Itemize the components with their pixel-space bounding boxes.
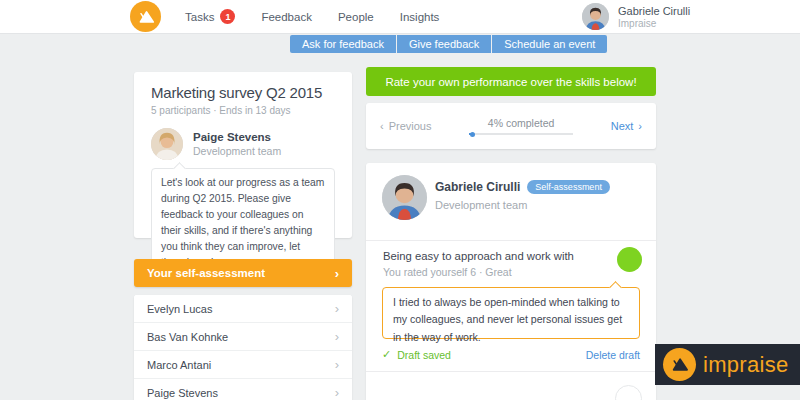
nav-feedback-label: Feedback [261, 11, 312, 23]
survey-author: Paige Stevens Development team [151, 128, 335, 160]
participant-name: Marco Antani [147, 359, 211, 371]
mountain-pencil-glyph [136, 7, 156, 27]
participant-row[interactable]: Evelyn Lucas › [134, 295, 352, 323]
participant-row[interactable]: Paige Stevens › [134, 379, 352, 400]
pager-card: ‹ Previous 4% completed Next › [366, 103, 656, 149]
tasks-count-badge: 1 [220, 9, 235, 24]
comment-textarea[interactable]: I tried to always be open-minded when ta… [382, 287, 640, 339]
participant-name: Bas Van Kohnke [147, 331, 228, 343]
comment-text: I tried to always be open-minded when ta… [393, 296, 622, 343]
nav-people-label: People [338, 11, 374, 23]
skill-rating-text: You rated yourself 6 · Great [383, 266, 512, 278]
avatar [582, 3, 609, 30]
avatar [382, 175, 427, 220]
nav-insights[interactable]: Insights [400, 11, 440, 23]
rate-banner-text: Rate your own performance over the skill… [385, 76, 636, 88]
user-text: Gabriele Cirulli Impraise [618, 5, 690, 29]
participant-row[interactable]: Bas Van Kohnke › [134, 323, 352, 351]
self-assessment-tab[interactable]: Your self-assessment › [134, 259, 352, 287]
participant-row[interactable]: Marco Antani › [134, 351, 352, 379]
participant-name: Paige Stevens [147, 387, 218, 399]
avatar [151, 128, 183, 160]
next-button[interactable]: Next › [611, 120, 642, 132]
nav-feedback[interactable]: Feedback [261, 11, 312, 23]
next-label: Next [611, 120, 634, 132]
delete-draft-link[interactable]: Delete draft [586, 349, 640, 361]
skill-title: Being easy to approach and work with [383, 250, 574, 262]
divider [366, 240, 656, 241]
user-org: Impraise [618, 18, 690, 29]
chevron-right-icon: › [335, 330, 339, 343]
nav-people[interactable]: People [338, 11, 374, 23]
previous-button[interactable]: ‹ Previous [380, 120, 431, 132]
assessment-card: Gabriele Cirulli Self-assessment Develop… [366, 163, 656, 400]
app: Tasks 1 Feedback People Insights [0, 0, 800, 400]
rating-indicator[interactable] [617, 247, 642, 272]
survey-card: Marketing survey Q2 2015 5 participants … [134, 72, 352, 238]
user-menu[interactable]: Gabriele Cirulli Impraise [582, 3, 690, 30]
impraise-logo-icon [663, 348, 696, 381]
progress-track [469, 133, 573, 135]
participant-list: Evelyn Lucas › Bas Van Kohnke › Marco An… [134, 295, 352, 400]
survey-meta: 5 participants · Ends in 13 days [151, 105, 335, 116]
chevron-right-icon: › [335, 358, 339, 371]
self-assessment-badge: Self-assessment [527, 180, 610, 194]
reviewee-name: Gabriele Cirulli [435, 180, 520, 194]
author-team: Development team [193, 145, 281, 157]
self-assessment-label: Your self-assessment [147, 267, 265, 279]
action-bar: Ask for feedback Give feedback Schedule … [290, 35, 607, 53]
check-icon: ✓ [382, 348, 391, 361]
give-feedback-button[interactable]: Give feedback [397, 35, 491, 53]
ask-for-feedback-button[interactable]: Ask for feedback [290, 35, 396, 53]
author-text: Paige Stevens Development team [193, 131, 281, 157]
draft-row: ✓ Draft saved Delete draft [382, 348, 640, 361]
progress-fill [469, 133, 473, 135]
mountain-pencil-glyph [669, 354, 690, 375]
divider [366, 371, 656, 372]
reviewee-team: Development team [435, 199, 527, 211]
participant-name: Evelyn Lucas [147, 303, 212, 315]
progress-label: 4% completed [488, 117, 555, 129]
previous-label: Previous [389, 120, 432, 132]
chevron-right-icon: › [335, 267, 339, 280]
reviewee-header: Gabriele Cirulli Self-assessment [435, 180, 610, 194]
next-rating-indicator[interactable] [615, 385, 642, 400]
nav-tasks-label: Tasks [185, 11, 214, 23]
chevron-right-icon: › [638, 120, 642, 132]
nav-tasks[interactable]: Tasks 1 [185, 9, 235, 24]
chevron-left-icon: ‹ [380, 120, 384, 132]
survey-title: Marketing survey Q2 2015 [151, 84, 335, 101]
impraise-watermark: impraise [655, 344, 800, 385]
user-name: Gabriele Cirulli [618, 5, 690, 17]
draft-status-label: Draft saved [397, 349, 451, 361]
main-nav: Tasks 1 Feedback People Insights [185, 0, 439, 33]
rate-banner: Rate your own performance over the skill… [366, 67, 656, 96]
chevron-right-icon: › [335, 386, 339, 399]
author-name: Paige Stevens [193, 131, 281, 143]
chevron-right-icon: › [335, 302, 339, 315]
impraise-logo-icon[interactable] [130, 1, 161, 32]
nav-insights-label: Insights [400, 11, 440, 23]
schedule-event-button[interactable]: Schedule an event [492, 35, 607, 53]
draft-status: ✓ Draft saved [382, 348, 451, 361]
brand-name: impraise [703, 352, 789, 378]
progress-indicator: 4% completed [469, 117, 573, 135]
topbar: Tasks 1 Feedback People Insights [0, 0, 800, 34]
